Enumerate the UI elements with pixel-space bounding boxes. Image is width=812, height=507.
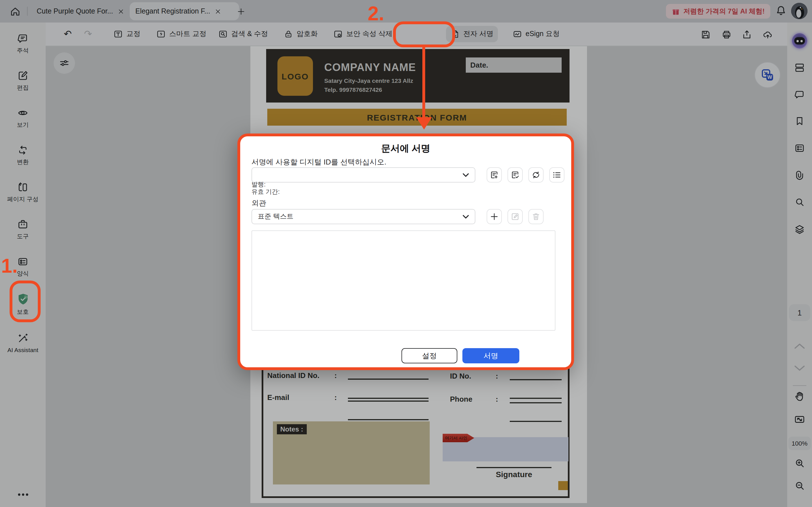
validity-label: 유효 기간: bbox=[252, 187, 280, 196]
trash-icon bbox=[531, 212, 541, 221]
id-details-button[interactable] bbox=[549, 167, 564, 182]
digital-id-label: 서명에 사용할 디지털 ID를 선택하십시오. bbox=[252, 157, 386, 167]
step-1-highlight-box bbox=[10, 281, 41, 322]
refresh-icon bbox=[531, 170, 541, 180]
signature-preview-area bbox=[252, 230, 555, 331]
add-id-card-icon bbox=[490, 170, 499, 180]
add-digital-id-button[interactable] bbox=[487, 167, 502, 182]
appearance-label: 외관 bbox=[252, 198, 266, 209]
step-2-highlight-box bbox=[393, 21, 455, 47]
chevron-down-icon bbox=[462, 214, 469, 219]
sign-document-dialog: 문서에 서명 서명에 사용할 디지털 ID를 선택하십시오. 발행: 유효 기간… bbox=[238, 133, 574, 370]
appearance-value: 표준 텍스트 bbox=[258, 212, 294, 221]
validate-digital-id-button[interactable] bbox=[507, 167, 523, 182]
edit-appearance-button[interactable] bbox=[507, 209, 523, 224]
annotation-arrow-head bbox=[416, 117, 432, 129]
add-appearance-button[interactable] bbox=[487, 209, 502, 224]
annotation-arrow-line bbox=[422, 47, 425, 118]
step-2-label: 2. bbox=[368, 2, 384, 25]
list-icon bbox=[552, 170, 562, 180]
plus-icon bbox=[490, 212, 499, 221]
delete-appearance-button[interactable] bbox=[528, 209, 544, 224]
app-window: Cute Purple Quote For... Elegant Registr… bbox=[0, 0, 812, 507]
settings-button[interactable]: 설정 bbox=[402, 348, 457, 363]
refresh-id-list-button[interactable] bbox=[528, 167, 544, 182]
sign-button[interactable]: 서명 bbox=[462, 348, 519, 363]
chevron-down-icon bbox=[462, 173, 469, 177]
dialog-title: 문서에 서명 bbox=[240, 143, 571, 155]
digital-id-select[interactable] bbox=[252, 167, 475, 182]
settings-label: 설정 bbox=[422, 351, 437, 361]
edit-pencil-icon bbox=[510, 212, 520, 221]
id-card-check-icon bbox=[510, 170, 520, 180]
appearance-select[interactable]: 표준 텍스트 bbox=[252, 209, 475, 224]
step-1-label: 1. bbox=[1, 255, 17, 277]
sign-label: 서명 bbox=[484, 351, 498, 361]
